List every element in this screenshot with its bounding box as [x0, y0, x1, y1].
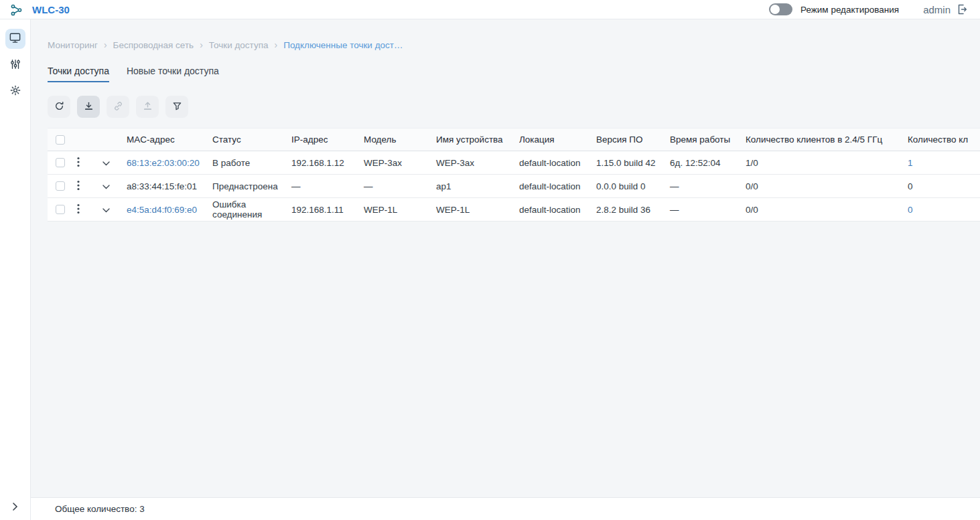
device-name-cell: ap1 — [436, 175, 519, 198]
clients-24-5-cell: 0/0 — [746, 175, 908, 198]
column-ip: IP-адрес — [291, 128, 364, 151]
total-count-label: Общее количество: 3 — [55, 504, 145, 514]
filter-button[interactable] — [165, 96, 188, 118]
row-expand-button[interactable] — [101, 180, 111, 193]
sidebar-item-tools[interactable] — [5, 55, 25, 75]
sidebar-item-settings[interactable] — [5, 81, 25, 101]
model-cell: — — [364, 175, 436, 198]
column-clients-total: Количество кл — [908, 128, 980, 151]
clients-total-cell: 0 — [908, 175, 980, 198]
breadcrumb-wireless-network[interactable]: Беспроводная сеть — [113, 40, 194, 50]
link-button[interactable] — [107, 96, 129, 118]
column-model: Модель — [364, 128, 436, 151]
location-cell: default-location — [519, 151, 596, 175]
table-row: e4:5a:d4:f0:69:e0 Ошибка соединения 192.… — [48, 198, 980, 222]
column-firmware: Версия ПО — [596, 128, 670, 151]
user-name: admin — [923, 4, 951, 15]
tab-access-points[interactable]: Точки доступа — [48, 66, 109, 82]
row-checkbox[interactable] — [56, 158, 65, 167]
breadcrumb-separator-icon: › — [275, 39, 278, 50]
toggle-knob — [770, 5, 780, 14]
chevron-right-icon — [12, 502, 18, 513]
column-uptime: Время работы — [670, 128, 746, 151]
logout-icon[interactable] — [956, 3, 968, 15]
column-status: Статус — [212, 128, 291, 151]
clients-total-link[interactable]: 1 — [908, 151, 980, 175]
expand-sidebar-button[interactable] — [0, 502, 30, 513]
model-cell: WEP-3ax — [364, 151, 436, 175]
mac-link[interactable]: e4:5a:d4:f0:69:e0 — [127, 198, 212, 222]
gear-icon — [9, 84, 21, 98]
sliders-icon — [9, 58, 21, 72]
ip-cell: 192.168.1.11 — [291, 198, 364, 222]
link-icon — [113, 101, 123, 113]
chevron-down-icon — [102, 158, 110, 168]
row-checkbox[interactable] — [56, 181, 65, 191]
tab-bar: Точки доступа Новые точки доступа — [48, 66, 980, 82]
uptime-cell: — — [670, 198, 746, 222]
column-device-name: Имя устройства — [436, 128, 519, 151]
table-row: 68:13:e2:03:00:20 В работе 192.168.1.12 … — [48, 151, 980, 175]
column-location: Локация — [519, 128, 596, 151]
sidebar-item-monitoring[interactable] — [5, 29, 25, 49]
status-cell: Ошибка соединения — [212, 198, 291, 222]
refresh-icon — [54, 101, 64, 113]
table-row: a8:33:44:15:fe:01 Преднастроена — — ap1 … — [48, 175, 980, 198]
firmware-cell: 2.8.2 build 36 — [596, 198, 670, 222]
chevron-down-icon — [102, 205, 110, 215]
clients-total-link[interactable]: 0 — [908, 198, 980, 222]
edit-mode-toggle[interactable] — [769, 3, 792, 15]
row-menu-button[interactable] — [76, 155, 81, 171]
download-icon — [84, 101, 94, 113]
access-points-table: MAC-адрес Статус IP-адрес Модель Имя уст… — [48, 128, 980, 222]
clients-24-5-cell: 0/0 — [746, 198, 908, 222]
breadcrumb-separator-icon: › — [104, 39, 107, 50]
toolbar — [48, 96, 980, 118]
monitor-icon — [9, 31, 21, 46]
app-logo-icon — [9, 3, 23, 17]
column-expand — [101, 128, 127, 151]
filter-icon — [172, 101, 182, 113]
select-all-checkbox[interactable] — [56, 135, 65, 145]
device-name-cell: WEP-1L — [436, 198, 519, 222]
column-menu — [76, 128, 101, 151]
row-checkbox[interactable] — [56, 205, 65, 214]
app-title: WLC-30 — [32, 4, 70, 15]
top-bar: WLC-30 Режим редактирования admin — [0, 0, 980, 19]
status-bar: Общее количество: 3 — [31, 497, 980, 520]
status-cell: Преднастроена — [212, 175, 291, 198]
firmware-cell: 1.15.0 build 42 — [596, 151, 670, 175]
kebab-menu-icon — [77, 180, 80, 193]
breadcrumb-access-points[interactable]: Точки доступа — [209, 40, 269, 50]
ip-cell: 192.168.1.12 — [291, 151, 364, 175]
uptime-cell: 6д. 12:52:04 — [670, 151, 746, 175]
tab-new-access-points[interactable]: Новые точки доступа — [127, 66, 219, 82]
row-menu-button[interactable] — [76, 202, 81, 218]
upload-button[interactable] — [136, 96, 159, 118]
location-cell: default-location — [519, 175, 596, 198]
row-expand-button[interactable] — [101, 203, 111, 216]
location-cell: default-location — [519, 198, 596, 222]
edit-mode-label: Режим редактирования — [800, 5, 899, 15]
download-button[interactable] — [77, 96, 100, 118]
model-cell: WEP-1L — [364, 198, 436, 222]
column-mac: MAC-адрес — [127, 128, 212, 151]
clients-24-5-cell: 1/0 — [746, 151, 908, 175]
upload-icon — [143, 101, 153, 113]
breadcrumb-monitoring[interactable]: Мониторинг — [48, 40, 98, 50]
row-expand-button[interactable] — [101, 157, 111, 169]
mac-link[interactable]: 68:13:e2:03:00:20 — [127, 151, 212, 175]
breadcrumb: Мониторинг › Беспроводная сеть › Точки д… — [48, 39, 980, 50]
row-menu-button[interactable] — [76, 179, 81, 194]
breadcrumb-separator-icon: › — [200, 39, 203, 50]
firmware-cell: 0.0.0 build 0 — [596, 175, 670, 198]
refresh-button[interactable] — [48, 96, 70, 118]
device-name-cell: WEP-3ax — [436, 151, 519, 175]
ip-cell: — — [291, 175, 364, 198]
status-cell: В работе — [212, 151, 291, 175]
breadcrumb-connected-access-points[interactable]: Подключенные точки дост… — [283, 40, 403, 50]
kebab-menu-icon — [77, 203, 80, 216]
uptime-cell: — — [670, 175, 746, 198]
table-header-row: MAC-адрес Статус IP-адрес Модель Имя уст… — [48, 128, 980, 151]
chevron-down-icon — [102, 181, 110, 191]
